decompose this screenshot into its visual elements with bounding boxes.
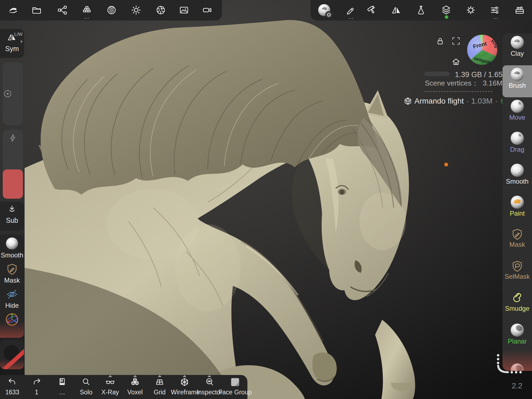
material-settings-badge[interactable] — [325, 11, 333, 19]
sub-mode-button[interactable]: Sub — [0, 202, 24, 231]
nav-orientation-sphere[interactable]: Front Right Bottom — [466, 34, 498, 66]
voxel-options-caret-icon[interactable] — [133, 375, 137, 377]
experimental-button[interactable] — [415, 4, 427, 16]
render-button[interactable] — [155, 4, 167, 16]
gizmo-gyro-icon — [5, 312, 19, 327]
undo-icon — [7, 377, 17, 387]
symmetry-button[interactable] — [390, 4, 402, 16]
grid-label: Grid — [146, 389, 173, 396]
settings-button[interactable] — [465, 4, 477, 16]
left-quick-tools-panel: Smooth Mask Hide — [0, 234, 24, 338]
notes-more-label: … — [48, 389, 76, 396]
smooth-tool-icon — [510, 163, 524, 177]
mesh-object-icon — [404, 97, 412, 105]
selected-object-name: Armando flight — [414, 97, 464, 105]
camera-lock-button[interactable] — [434, 35, 446, 47]
layers-button[interactable] — [440, 4, 452, 16]
wireframe-button[interactable]: Wireframe — [171, 377, 198, 396]
tool-move[interactable]: Move — [502, 97, 532, 129]
tool-paint-label: Paint — [502, 210, 532, 217]
tool-paint[interactable]: Paint — [502, 193, 532, 225]
tool-selmask[interactable]: SelMask — [502, 257, 532, 289]
gizmo-button[interactable] — [0, 312, 24, 328]
selected-object-vertices: 1.03M — [471, 97, 493, 105]
quick-smooth-button[interactable]: Smooth — [0, 237, 24, 259]
tool-drag-label: Drag — [502, 146, 532, 153]
notes-button[interactable]: … — [48, 377, 76, 396]
brush-tool-icon — [510, 67, 524, 81]
tool-planar[interactable]: Planar — [502, 321, 532, 353]
separator-dot: · — [466, 97, 469, 105]
symmetry-toggle-button[interactable]: L/W Sym — [0, 29, 24, 58]
topbar-left: … — [0, 0, 222, 20]
topology-button[interactable] — [106, 4, 118, 16]
tool-sidebar: Clay Brush Move Drag — [502, 33, 532, 371]
grid-options-caret-icon[interactable] — [158, 375, 162, 377]
voxel-button[interactable]: Voxel — [121, 377, 149, 396]
inspector-options-caret-icon[interactable] — [207, 375, 211, 377]
memory-usage-bar — [424, 72, 450, 76]
tool-clay[interactable]: Clay — [502, 33, 532, 65]
tool-clay-label: Clay — [502, 50, 532, 57]
tool-mask[interactable]: Mask — [502, 225, 532, 257]
scene-vertices-label: Scene vertices： — [425, 79, 479, 87]
mask-tool-icon — [511, 228, 524, 240]
gear-badge-icon — [325, 11, 333, 19]
solo-label: Solo — [72, 389, 100, 396]
intensity-fill — [3, 169, 23, 199]
node-graph-button[interactable] — [56, 4, 68, 16]
redo-icon — [32, 377, 42, 387]
app-logo-button[interactable] — [7, 4, 19, 16]
redo-button[interactable]: 1 — [23, 377, 50, 396]
undo-button[interactable]: 1633 — [0, 377, 26, 396]
symmetry-expand-chevron-icon[interactable] — [21, 40, 23, 43]
quick-mask-button[interactable]: Mask — [0, 263, 24, 284]
xray-options-caret-icon[interactable] — [108, 375, 112, 377]
radius-indicator-icon — [3, 89, 13, 99]
drag-tool-icon — [510, 131, 524, 145]
brush-intensity-slider[interactable] — [3, 130, 23, 199]
tool-smudge-label: Smudge — [502, 305, 532, 312]
brush-radius-slider[interactable] — [3, 62, 23, 125]
solo-button[interactable]: Solo — [72, 377, 100, 396]
grid-button[interactable]: Grid — [146, 377, 173, 396]
redo-count: 1 — [23, 389, 50, 396]
scene-vertices-value: 3.16M — [483, 79, 502, 87]
radial-menu-indicator-icon[interactable] — [492, 352, 524, 375]
tool-brush[interactable]: Brush — [502, 65, 532, 97]
background-button[interactable] — [178, 4, 190, 16]
paint-button[interactable] — [366, 4, 378, 16]
tool-smudge[interactable]: Smudge — [502, 289, 532, 321]
alpha-disabled-button[interactable] — [0, 340, 24, 369]
scene-vertices-row: Scene vertices： 3.16M — [425, 78, 502, 88]
lock-icon — [435, 37, 445, 46]
wireframe-options-caret-icon[interactable] — [183, 375, 186, 377]
quick-smooth-label: Smooth — [0, 251, 24, 259]
tool-smooth[interactable]: Smooth — [502, 161, 532, 193]
home-view-button[interactable] — [450, 56, 462, 68]
camera-button[interactable] — [201, 4, 213, 16]
fullscreen-icon — [452, 37, 460, 45]
tool-mask-label: Mask — [502, 241, 532, 248]
fullscreen-button[interactable] — [450, 35, 462, 47]
tool-drag[interactable]: Drag — [502, 129, 532, 161]
primitives-more-dots: … — [84, 15, 90, 18]
toolbox-button[interactable] — [514, 4, 526, 16]
voxel-label: Voxel — [121, 389, 149, 396]
sub-label: Sub — [0, 216, 24, 224]
planar-tool-icon — [510, 323, 524, 337]
layers-notification-dot — [445, 15, 448, 19]
smooth-sphere-icon — [5, 237, 19, 250]
quick-hide-button[interactable]: Hide — [0, 288, 24, 309]
hide-dotted-eye-icon — [6, 288, 18, 301]
sliders-more-dots: … — [493, 16, 499, 18]
tool-smooth-label: Smooth — [502, 178, 532, 185]
toolbox-icon — [515, 5, 525, 15]
files-button[interactable] — [31, 4, 43, 16]
lighting-button[interactable] — [130, 4, 142, 16]
topology-sphere-icon — [106, 5, 117, 15]
paint-tool-icon — [510, 195, 524, 209]
xray-button[interactable]: X-Ray — [97, 377, 124, 396]
quick-mask-label: Mask — [0, 277, 24, 284]
facegroup-button[interactable]: Face Group — [217, 377, 253, 396]
